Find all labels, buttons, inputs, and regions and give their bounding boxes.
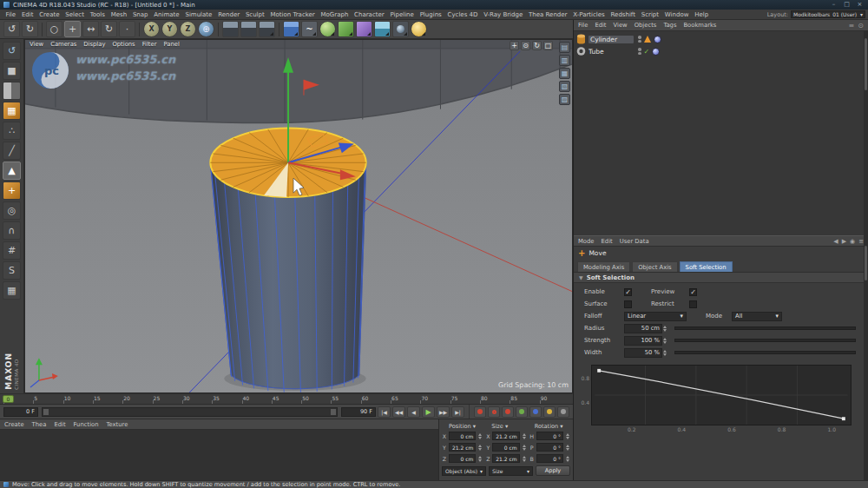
perspective-viewport[interactable]: Grid Spacing: 10 cm ViewCamerasDisplayOp…: [24, 39, 573, 393]
timeline-playhead[interactable]: 0: [3, 395, 14, 403]
start-frame-field[interactable]: 0 F: [3, 407, 38, 417]
timeline-tick[interactable]: 85: [510, 394, 539, 404]
menu-item[interactable]: Window: [661, 11, 691, 18]
workplane-icon[interactable]: ▦: [3, 281, 21, 300]
menu-item[interactable]: Mesh: [108, 11, 129, 18]
viewport-menu-item[interactable]: Cameras: [50, 41, 76, 48]
spline-pen-icon[interactable]: ~: [301, 21, 318, 37]
position-z-field[interactable]: 0 cm: [449, 454, 476, 463]
lock-z-axis-icon[interactable]: Z: [180, 21, 196, 37]
timeline-tick[interactable]: 25: [153, 394, 182, 404]
undo-icon[interactable]: ↺: [3, 21, 20, 37]
om-filter-icon[interactable]: ≡: [849, 22, 855, 30]
side-palette-icon-5[interactable]: ▨: [559, 94, 570, 105]
timeline-tick[interactable]: 75: [450, 394, 480, 404]
history-forward-icon[interactable]: ▶: [842, 238, 846, 245]
viewport-menu-item[interactable]: Panel: [164, 41, 180, 48]
size-x-field[interactable]: 21.2 cm: [492, 432, 519, 440]
visibility-dots[interactable]: [638, 36, 641, 43]
tab-object-axis[interactable]: Object Axis: [632, 261, 677, 272]
spinner[interactable]: [522, 443, 527, 452]
spinner[interactable]: [662, 348, 667, 357]
spinner[interactable]: [477, 443, 483, 452]
strength-field[interactable]: 100 %: [624, 336, 662, 346]
redo-icon[interactable]: ↻: [22, 21, 38, 37]
width-field[interactable]: 50 %: [624, 348, 662, 358]
next-frame-button[interactable]: ▶▶: [437, 406, 450, 418]
material-menu-item[interactable]: Texture: [107, 421, 128, 428]
phong-tag-icon[interactable]: [652, 48, 660, 56]
timeline-ruler[interactable]: 0 051015202530354045505560657075808590: [0, 393, 573, 405]
rotation-h-field[interactable]: 0 °: [536, 432, 563, 440]
rotate-tool-icon[interactable]: ↻: [101, 21, 117, 37]
object-row-cylinder[interactable]: Cylinder: [576, 33, 865, 45]
spinner[interactable]: [662, 336, 667, 345]
om-menu-edit[interactable]: Edit: [595, 22, 606, 29]
curve-knot-start[interactable]: [597, 369, 601, 373]
position-header[interactable]: Position▾: [442, 421, 484, 431]
axis-mode-icon[interactable]: +: [3, 181, 21, 200]
record-scale-toggle[interactable]: [516, 406, 528, 418]
end-frame-field[interactable]: 90 F: [341, 407, 376, 417]
previous-frame-button[interactable]: ◀: [407, 406, 420, 418]
om-search-icon[interactable]: ⊙: [858, 22, 864, 30]
lock-x-axis-icon[interactable]: X: [143, 21, 160, 37]
menu-item[interactable]: Render: [215, 11, 243, 18]
menu-item[interactable]: Simulate: [182, 11, 215, 18]
om-menu-file[interactable]: File: [578, 22, 588, 29]
timeline-tick[interactable]: 80: [480, 394, 510, 404]
timeline-tick[interactable]: 10: [63, 394, 93, 404]
falloff-curve-graph[interactable]: [591, 365, 852, 425]
solo-mode-icon[interactable]: ◎: [3, 201, 21, 220]
om-menu-bookmarks[interactable]: Bookmarks: [683, 22, 716, 29]
deformer-icon[interactable]: [356, 21, 372, 37]
render-to-picture-viewer-icon[interactable]: [240, 21, 257, 37]
menu-item[interactable]: Animate: [151, 11, 182, 18]
timeline-tick[interactable]: 55: [331, 394, 360, 404]
menu-item[interactable]: Thea Render: [526, 11, 570, 18]
radius-slider[interactable]: [674, 326, 856, 330]
make-editable-icon[interactable]: ↺: [3, 42, 21, 60]
om-scrollbar[interactable]: [864, 31, 868, 235]
radius-field[interactable]: 50 cm: [624, 324, 662, 333]
soft-selection-section-header[interactable]: ▼ Soft Selection: [574, 273, 868, 283]
tab-modeling-axis[interactable]: Modeling Axis: [577, 261, 630, 272]
object-row-tube[interactable]: Tube ✓: [576, 45, 865, 57]
falloff-curve-panel[interactable]: 0.8 0.4 0.20.40.60.81.0: [574, 360, 868, 432]
edges-mode-icon[interactable]: ╱: [3, 142, 21, 160]
subdivision-surface-icon[interactable]: [319, 21, 336, 37]
record-keyframe-button[interactable]: [474, 406, 486, 418]
size-mode-dropdown[interactable]: Size▾: [489, 466, 533, 476]
coordinate-system-icon[interactable]: ⊕: [198, 21, 214, 37]
rotation-header[interactable]: Rotation▾: [528, 421, 570, 431]
live-selection-icon[interactable]: ○: [46, 21, 62, 37]
mode-dropdown[interactable]: All▾: [732, 312, 782, 321]
strength-slider[interactable]: [674, 339, 856, 342]
goto-start-button[interactable]: |◀: [378, 406, 391, 418]
object-manager-tree[interactable]: Cylinder Tube ✓: [574, 31, 868, 235]
width-slider[interactable]: [674, 351, 856, 354]
mograph-icon[interactable]: [338, 21, 354, 37]
viewport-menu-item[interactable]: Display: [83, 41, 105, 48]
rotation-b-field[interactable]: 0 °: [536, 454, 563, 463]
side-palette-icon-3[interactable]: ▦: [559, 68, 570, 79]
spinner[interactable]: [565, 454, 570, 463]
menu-item[interactable]: Cycles 4D: [444, 11, 481, 18]
quantize-icon[interactable]: #: [3, 241, 21, 260]
restrict-checkbox[interactable]: [689, 300, 697, 308]
timeline-tick[interactable]: 50: [301, 394, 331, 404]
primitive-cube-icon[interactable]: [283, 21, 299, 37]
previous-key-button[interactable]: ◀◀: [392, 406, 405, 418]
rotate-view-icon[interactable]: ↻: [532, 41, 542, 50]
workplane-mode-icon[interactable]: ▦: [3, 102, 21, 120]
record-pla-toggle[interactable]: [557, 406, 569, 418]
close-button[interactable]: ×: [855, 1, 865, 9]
menu-item[interactable]: Redshift: [608, 11, 638, 18]
viewport-menu-item[interactable]: View: [30, 41, 43, 48]
object-name[interactable]: Cylinder: [589, 36, 634, 43]
record-parameter-toggle[interactable]: [543, 406, 556, 418]
rotation-p-field[interactable]: 0 °: [536, 443, 563, 452]
menu-item[interactable]: Character: [352, 11, 387, 18]
zoom-view-icon[interactable]: ⊙: [521, 41, 530, 50]
autokey-button[interactable]: [488, 406, 500, 418]
